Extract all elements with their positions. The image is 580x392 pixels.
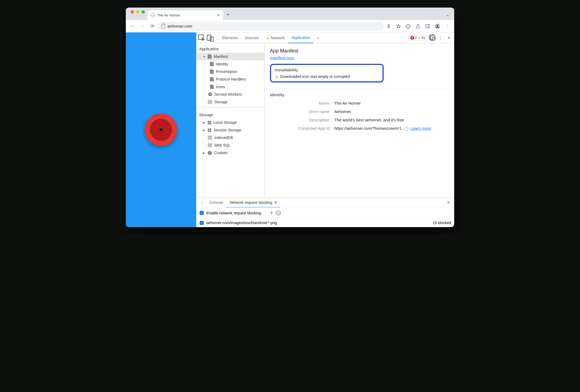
enable-blocking-label: Enable network request blocking (206, 211, 261, 215)
manifest-link[interactable]: manifest.json (270, 55, 294, 60)
installability-heading: Installability (275, 68, 379, 72)
identity-appid-v: https://airhorner.com/?homescreen=1 ? Le… (334, 126, 449, 131)
minimize-window-icon[interactable] (136, 10, 139, 14)
drawer-tab-network-blocking[interactable]: Network request blocking✕ (226, 198, 280, 208)
issue-counter[interactable]: ✕2 ▲81 (408, 35, 427, 41)
inspect-icon[interactable] (197, 34, 206, 42)
globe-icon (151, 13, 155, 17)
pattern-enabled-checkbox[interactable]: ✓ (200, 221, 204, 225)
tabs-menu-icon[interactable]: ⌄ (443, 12, 452, 20)
sidebar-item-icons[interactable]: Icons (196, 83, 264, 91)
menu-icon[interactable]: ⋮ (443, 22, 452, 31)
remove-all-icon[interactable] (276, 211, 281, 215)
svg-rect-6 (210, 37, 213, 41)
forward-button[interactable]: → (138, 22, 147, 31)
warning-icon: ▲ (418, 36, 421, 40)
titlebar: The Air Horner ✕ + ⌄ (126, 8, 454, 20)
drawer-tab-console[interactable]: Console (206, 198, 226, 207)
sidebar-item-identity[interactable]: Identity (196, 60, 264, 68)
sidebar-item-local-storage[interactable]: ▶Local Storage (196, 119, 264, 126)
gear-icon (208, 92, 212, 97)
more-tabs-icon[interactable]: » (314, 34, 322, 42)
close-tab-icon[interactable]: ✕ (217, 13, 220, 17)
settings-icon[interactable] (428, 34, 436, 42)
add-pattern-button[interactable]: + (270, 210, 273, 216)
labs-icon[interactable] (414, 22, 422, 31)
airhorn-button[interactable] (145, 114, 177, 146)
error-icon: ✕ (410, 36, 414, 40)
database-icon (208, 143, 212, 147)
identity-short-k: Short name (270, 109, 329, 114)
sidebar-item-cookies[interactable]: ▶Cookies (196, 149, 264, 157)
cookie-icon (208, 151, 212, 155)
lock-icon (162, 25, 165, 29)
file-icon (210, 77, 214, 81)
reload-button[interactable]: ⟳ (148, 22, 157, 31)
new-tab-button[interactable]: + (223, 12, 233, 20)
body: Elements Sources ▲Network Application » … (126, 32, 454, 227)
installability-message: Downloaded icon was empty or corrupted (280, 74, 350, 79)
sidebar-item-session-storage[interactable]: ▶Session Storage (196, 126, 264, 134)
svg-rect-0 (426, 25, 430, 28)
identity-name-k: Name (270, 101, 329, 105)
installability-section: Installability ▲ Downloaded icon was emp… (270, 64, 384, 82)
devtools-tabstrip: Elements Sources ▲Network Application » … (196, 32, 454, 43)
learn-more-link[interactable]: Learn more (410, 126, 431, 131)
sidebar-item-indexeddb[interactable]: IndexedDB (196, 134, 264, 141)
help-icon[interactable]: ? (404, 127, 408, 131)
drawer-menu-icon[interactable]: ⋮ (198, 198, 206, 207)
back-button[interactable]: ← (128, 22, 137, 31)
device-toggle-icon[interactable] (206, 34, 214, 42)
browser-tab[interactable]: The Air Horner ✕ (147, 10, 223, 20)
share-icon[interactable] (384, 22, 393, 31)
blocked-count: 15 blocked (433, 221, 451, 225)
sidebar-section-storage: Storage (196, 109, 264, 119)
window-controls (128, 10, 147, 17)
svg-rect-5 (207, 35, 211, 40)
sidebar-item-websql[interactable]: Web SQL (196, 141, 264, 149)
devtools-drawer: ⋮ Console Network request blocking✕ ✕ ✓ … (196, 197, 454, 227)
identity-name-v: The Air Horner (334, 101, 449, 105)
database-icon (208, 100, 212, 104)
page-content (126, 32, 196, 227)
file-icon (210, 62, 214, 66)
enable-blocking-checkbox[interactable]: ✓ (200, 211, 204, 215)
tab-elements[interactable]: Elements (219, 32, 241, 43)
tab-sources[interactable]: Sources (242, 32, 262, 43)
browser-toolbar: ← → ⟳ airhorner.com ⋮ (126, 20, 454, 32)
address-bar[interactable]: airhorner.com (158, 22, 383, 31)
storage-icon (208, 128, 211, 132)
sidebar-section-application: Application (196, 43, 264, 53)
close-drawer-icon[interactable]: ✕ (444, 198, 453, 207)
extensions-icon[interactable] (404, 22, 413, 31)
blocking-pattern-row[interactable]: ✓ airhorner.com/images/touch/android-*.p… (196, 218, 454, 227)
sidebar-item-presentation[interactable]: Presentation (196, 68, 264, 75)
browser-window: The Air Horner ✕ + ⌄ ← → ⟳ airhorner.com… (126, 8, 454, 227)
profile-icon[interactable] (433, 22, 442, 31)
maximize-window-icon[interactable] (141, 10, 145, 14)
tab-application[interactable]: Application (288, 33, 314, 43)
file-icon (210, 69, 214, 74)
database-icon (208, 136, 212, 139)
devtools: Elements Sources ▲Network Application » … (196, 32, 454, 227)
bookmark-icon[interactable] (394, 22, 403, 31)
sidebar-item-manifest[interactable]: ▼Manifest (196, 53, 264, 60)
close-window-icon[interactable] (131, 10, 134, 14)
warning-icon: ▲ (266, 36, 270, 40)
identity-short-v: Airhorner (334, 109, 449, 114)
close-icon[interactable]: ✕ (274, 200, 277, 205)
identity-section: Identity Name The Air Horner Short name … (270, 88, 449, 131)
sidepanel-icon[interactable] (423, 22, 432, 31)
identity-appid-k: Computed App Id (270, 126, 329, 131)
sidebar-item-service-workers[interactable]: Service Workers (196, 91, 264, 98)
warning-icon: ▲ (275, 74, 279, 79)
drawer-tabstrip: ⋮ Console Network request blocking✕ ✕ (196, 198, 454, 207)
close-devtools-icon[interactable]: ✕ (445, 34, 453, 42)
sidebar-item-storage[interactable]: Storage (196, 98, 264, 106)
devtools-menu-icon[interactable]: ⋮ (436, 34, 444, 42)
tab-network[interactable]: ▲Network (263, 32, 288, 43)
storage-icon (208, 121, 211, 124)
panel-title: App Manifest (270, 48, 449, 54)
url-text: airhorner.com (167, 24, 192, 28)
sidebar-item-protocol-handlers[interactable]: Protocol Handlers (196, 75, 264, 83)
